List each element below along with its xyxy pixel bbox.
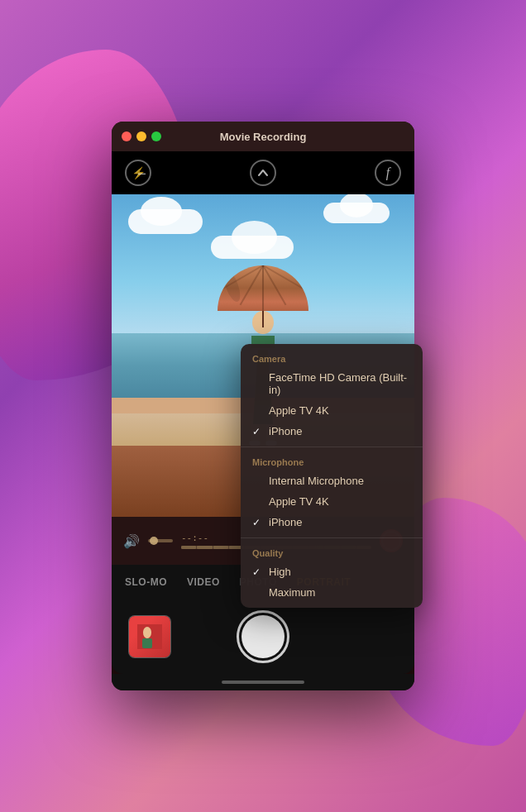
cloud-1: [128, 209, 203, 234]
minimize-button[interactable]: [136, 131, 146, 141]
camera-item-iphone[interactable]: ✓ iPhone: [241, 421, 423, 442]
title-bar: Movie Recording: [112, 122, 414, 151]
microphone-section-title: Microphone: [241, 452, 423, 470]
home-bar: [222, 681, 304, 684]
camera-facetime-check: [252, 378, 264, 389]
umbrella-ribs: [262, 265, 264, 311]
quality-high-label: High: [269, 566, 291, 578]
flash-button[interactable]: ⚡̶: [125, 160, 151, 186]
volume-slider[interactable]: [148, 539, 173, 542]
mic-iphone-check: ✓: [252, 517, 264, 528]
mic-appletv-check: [252, 496, 264, 508]
dropdown-menu: Camera FaceTime HD Camera (Built-in) App…: [241, 344, 423, 608]
umbrella-handle: [262, 311, 264, 327]
svg-point-1: [143, 627, 151, 638]
microphone-section: Microphone Internal Microphone Apple TV …: [241, 447, 423, 537]
umbrella-top: [218, 265, 308, 311]
capture-section: [112, 599, 414, 674]
camera-iphone-check: ✓: [252, 426, 264, 437]
mic-item-internal[interactable]: Internal Microphone: [241, 470, 423, 491]
spacer-right: [355, 615, 398, 658]
camera-iphone-label: iPhone: [269, 425, 302, 437]
home-indicator: [112, 674, 414, 690]
camera-section: Camera FaceTime HD Camera (Built-in) App…: [241, 344, 423, 447]
mode-video[interactable]: VIDEO: [187, 576, 220, 588]
flash-off-icon: ⚡̶: [132, 166, 146, 179]
options-button[interactable]: [250, 160, 276, 186]
mic-iphone-label: iPhone: [269, 516, 302, 528]
volume-icon: 🔊: [123, 533, 140, 549]
camera-item-facetime[interactable]: FaceTime HD Camera (Built-in): [241, 367, 423, 400]
shutter-inner: [241, 615, 285, 658]
quality-item-high[interactable]: ✓ High: [241, 561, 423, 582]
window-title: Movie Recording: [220, 131, 307, 143]
thumbnail-preview-icon: [137, 624, 162, 649]
facetime-icon: f: [386, 165, 390, 180]
quality-item-maximum[interactable]: Maximum: [241, 582, 423, 603]
quality-maximum-check: [252, 587, 264, 599]
camera-appletv-label: Apple TV 4K: [269, 404, 329, 417]
mic-item-iphone[interactable]: ✓ iPhone: [241, 512, 423, 533]
mic-internal-check: [252, 475, 264, 487]
maximize-button[interactable]: [151, 131, 161, 141]
mode-slo-mo[interactable]: SLO-MO: [125, 576, 167, 588]
controls-bar: ⚡̶ f: [112, 151, 414, 194]
quality-maximum-label: Maximum: [269, 586, 315, 599]
chevron-up-icon: [257, 169, 269, 177]
camera-item-appletv[interactable]: Apple TV 4K: [241, 400, 423, 421]
shutter-button[interactable]: [237, 610, 289, 663]
close-button[interactable]: [122, 131, 132, 141]
traffic-lights: [122, 131, 161, 141]
quality-high-check: ✓: [252, 566, 264, 578]
camera-facetime-label: FaceTime HD Camera (Built-in): [269, 371, 411, 396]
facetime-button[interactable]: f: [375, 160, 401, 186]
last-photo-thumbnail[interactable]: [128, 615, 171, 658]
umbrella: [218, 265, 308, 315]
camera-section-title: Camera: [241, 349, 423, 367]
quality-section: Quality ✓ High Maximum: [241, 537, 423, 608]
svg-rect-2: [142, 638, 152, 648]
cloud-2: [323, 203, 390, 223]
cloud-3: [211, 236, 294, 259]
mic-appletv-label: Apple TV 4K: [269, 495, 329, 508]
quality-section-title: Quality: [241, 543, 423, 561]
mic-internal-label: Internal Microphone: [269, 475, 364, 487]
app-window: Movie Recording ⚡̶ f: [112, 122, 414, 690]
volume-thumb: [150, 537, 158, 545]
camera-appletv-check: [252, 405, 264, 417]
mic-item-appletv[interactable]: Apple TV 4K: [241, 491, 423, 512]
thumbnail-image: [129, 616, 170, 657]
